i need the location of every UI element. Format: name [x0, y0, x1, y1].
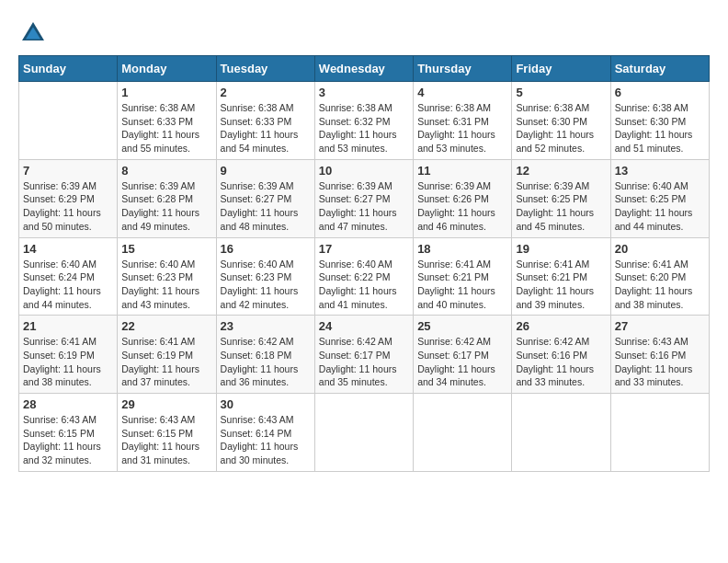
calendar-cell: 23Sunrise: 6:42 AMSunset: 6:18 PMDayligh…: [216, 316, 314, 394]
day-number: 15: [121, 242, 211, 256]
calendar-cell: 25Sunrise: 6:42 AMSunset: 6:17 PMDayligh…: [414, 316, 512, 394]
day-number: 11: [417, 164, 507, 178]
day-info: Sunrise: 6:40 AMSunset: 6:23 PMDaylight:…: [221, 258, 311, 312]
day-number: 14: [23, 242, 113, 256]
calendar-cell: 24Sunrise: 6:42 AMSunset: 6:17 PMDayligh…: [314, 316, 413, 394]
calendar-cell: 7Sunrise: 6:39 AMSunset: 6:29 PMDaylight…: [19, 159, 118, 237]
day-number: 16: [221, 242, 311, 256]
calendar-cell: 29Sunrise: 6:43 AMSunset: 6:15 PMDayligh…: [118, 394, 216, 472]
logo: [18, 18, 51, 48]
day-number: 13: [615, 164, 705, 178]
day-info: Sunrise: 6:38 AMSunset: 6:30 PMDaylight:…: [516, 101, 606, 155]
day-number: 21: [23, 319, 113, 333]
calendar-cell: 27Sunrise: 6:43 AMSunset: 6:16 PMDayligh…: [610, 316, 709, 394]
calendar-cell: 9Sunrise: 6:39 AMSunset: 6:27 PMDaylight…: [216, 159, 314, 237]
day-number: 19: [516, 242, 606, 256]
calendar-cell: 11Sunrise: 6:39 AMSunset: 6:26 PMDayligh…: [414, 159, 512, 237]
calendar-cell: 8Sunrise: 6:39 AMSunset: 6:28 PMDaylight…: [118, 159, 216, 237]
day-info: Sunrise: 6:40 AMSunset: 6:22 PMDaylight:…: [319, 258, 409, 312]
day-info: Sunrise: 6:40 AMSunset: 6:23 PMDaylight:…: [121, 258, 211, 312]
day-number: 28: [23, 397, 113, 411]
calendar-cell: [610, 394, 709, 472]
calendar-cell: 26Sunrise: 6:42 AMSunset: 6:16 PMDayligh…: [512, 316, 610, 394]
day-info: Sunrise: 6:38 AMSunset: 6:30 PMDaylight:…: [615, 101, 705, 155]
day-info: Sunrise: 6:41 AMSunset: 6:19 PMDaylight:…: [121, 335, 211, 389]
calendar-cell: 12Sunrise: 6:39 AMSunset: 6:25 PMDayligh…: [512, 159, 610, 237]
day-number: 12: [516, 164, 606, 178]
header-saturday: Saturday: [610, 56, 709, 82]
day-info: Sunrise: 6:41 AMSunset: 6:20 PMDaylight:…: [615, 258, 705, 312]
calendar-cell: 22Sunrise: 6:41 AMSunset: 6:19 PMDayligh…: [118, 316, 216, 394]
calendar-cell: [314, 394, 413, 472]
calendar-cell: 30Sunrise: 6:43 AMSunset: 6:14 PMDayligh…: [216, 394, 314, 472]
header-tuesday: Tuesday: [216, 56, 314, 82]
day-info: Sunrise: 6:43 AMSunset: 6:14 PMDaylight:…: [221, 413, 311, 467]
day-info: Sunrise: 6:39 AMSunset: 6:29 PMDaylight:…: [23, 179, 113, 234]
day-info: Sunrise: 6:39 AMSunset: 6:28 PMDaylight:…: [121, 179, 211, 234]
calendar-cell: 19Sunrise: 6:41 AMSunset: 6:21 PMDayligh…: [512, 237, 610, 316]
calendar-cell: 6Sunrise: 6:38 AMSunset: 6:30 PMDaylight…: [610, 82, 709, 160]
day-number: 10: [319, 164, 409, 178]
day-info: Sunrise: 6:39 AMSunset: 6:25 PMDaylight:…: [516, 179, 606, 234]
header-sunday: Sunday: [19, 56, 118, 82]
calendar-cell: 14Sunrise: 6:40 AMSunset: 6:24 PMDayligh…: [19, 237, 118, 316]
calendar-cell: 20Sunrise: 6:41 AMSunset: 6:20 PMDayligh…: [610, 237, 709, 316]
calendar-cell: [19, 82, 118, 160]
calendar-cell: 3Sunrise: 6:38 AMSunset: 6:32 PMDaylight…: [314, 82, 413, 160]
day-info: Sunrise: 6:39 AMSunset: 6:27 PMDaylight:…: [319, 179, 409, 234]
calendar-cell: [512, 394, 610, 472]
day-info: Sunrise: 6:42 AMSunset: 6:16 PMDaylight:…: [516, 335, 606, 389]
day-info: Sunrise: 6:38 AMSunset: 6:33 PMDaylight:…: [221, 101, 311, 155]
calendar-cell: 10Sunrise: 6:39 AMSunset: 6:27 PMDayligh…: [314, 159, 413, 237]
week-row-4: 28Sunrise: 6:43 AMSunset: 6:15 PMDayligh…: [19, 394, 710, 472]
day-info: Sunrise: 6:42 AMSunset: 6:18 PMDaylight:…: [221, 335, 311, 389]
day-number: 22: [121, 319, 211, 333]
calendar-body: 1Sunrise: 6:38 AMSunset: 6:33 PMDaylight…: [19, 82, 710, 472]
calendar-header: SundayMondayTuesdayWednesdayThursdayFrid…: [19, 56, 710, 82]
day-info: Sunrise: 6:41 AMSunset: 6:21 PMDaylight:…: [417, 258, 507, 312]
day-info: Sunrise: 6:40 AMSunset: 6:24 PMDaylight:…: [23, 258, 113, 312]
calendar-cell: [414, 394, 512, 472]
calendar-cell: 28Sunrise: 6:43 AMSunset: 6:15 PMDayligh…: [19, 394, 118, 472]
day-info: Sunrise: 6:41 AMSunset: 6:19 PMDaylight:…: [23, 335, 113, 389]
day-info: Sunrise: 6:39 AMSunset: 6:27 PMDaylight:…: [221, 179, 311, 234]
header-thursday: Thursday: [414, 56, 512, 82]
calendar-cell: 1Sunrise: 6:38 AMSunset: 6:33 PMDaylight…: [118, 82, 216, 160]
day-number: 24: [319, 319, 409, 333]
day-number: 25: [417, 319, 507, 333]
day-info: Sunrise: 6:39 AMSunset: 6:26 PMDaylight:…: [417, 179, 507, 234]
header-friday: Friday: [512, 56, 610, 82]
calendar-cell: 5Sunrise: 6:38 AMSunset: 6:30 PMDaylight…: [512, 82, 610, 160]
page-header: [18, 18, 710, 48]
week-row-2: 14Sunrise: 6:40 AMSunset: 6:24 PMDayligh…: [19, 237, 710, 316]
day-number: 18: [417, 242, 507, 256]
logo-icon: [18, 18, 48, 48]
day-info: Sunrise: 6:41 AMSunset: 6:21 PMDaylight:…: [516, 258, 606, 312]
day-number: 23: [221, 319, 311, 333]
day-number: 7: [23, 164, 113, 178]
week-row-1: 7Sunrise: 6:39 AMSunset: 6:29 PMDaylight…: [19, 159, 710, 237]
calendar: SundayMondayTuesdayWednesdayThursdayFrid…: [18, 55, 710, 472]
day-number: 26: [516, 319, 606, 333]
day-info: Sunrise: 6:43 AMSunset: 6:16 PMDaylight:…: [615, 335, 705, 389]
header-wednesday: Wednesday: [314, 56, 413, 82]
day-number: 30: [221, 397, 311, 411]
day-info: Sunrise: 6:38 AMSunset: 6:33 PMDaylight:…: [121, 101, 211, 155]
calendar-cell: 21Sunrise: 6:41 AMSunset: 6:19 PMDayligh…: [19, 316, 118, 394]
day-number: 27: [615, 319, 705, 333]
day-number: 2: [221, 86, 311, 99]
day-info: Sunrise: 6:43 AMSunset: 6:15 PMDaylight:…: [121, 413, 211, 467]
day-number: 1: [121, 86, 211, 99]
day-number: 9: [221, 164, 311, 178]
day-number: 3: [319, 86, 409, 99]
day-number: 20: [615, 242, 705, 256]
header-row: SundayMondayTuesdayWednesdayThursdayFrid…: [19, 56, 710, 82]
calendar-cell: 13Sunrise: 6:40 AMSunset: 6:25 PMDayligh…: [610, 159, 709, 237]
calendar-cell: 17Sunrise: 6:40 AMSunset: 6:22 PMDayligh…: [314, 237, 413, 316]
day-info: Sunrise: 6:42 AMSunset: 6:17 PMDaylight:…: [319, 335, 409, 389]
day-number: 6: [615, 86, 705, 99]
day-info: Sunrise: 6:43 AMSunset: 6:15 PMDaylight:…: [23, 413, 113, 467]
calendar-cell: 18Sunrise: 6:41 AMSunset: 6:21 PMDayligh…: [414, 237, 512, 316]
day-number: 4: [417, 86, 507, 99]
day-number: 17: [319, 242, 409, 256]
